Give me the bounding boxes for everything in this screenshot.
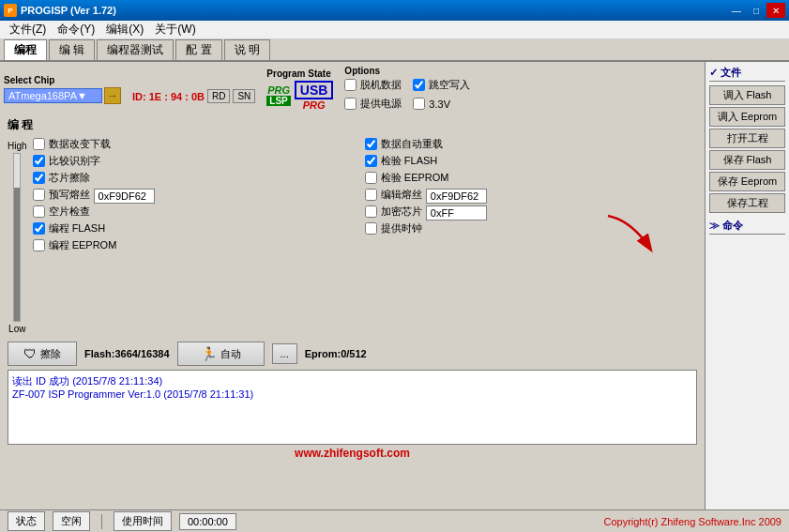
check-chip-erase[interactable]: 芯片擦除 xyxy=(33,171,365,185)
pre-write-fuse-row: 预写熔丝 0xF9DF62 xyxy=(33,188,365,205)
auto-icon: 🏃 xyxy=(201,346,217,361)
main-content: Select Chip ATmega168PA ▼ → ID: 1E : 94 … xyxy=(0,62,789,509)
option-power-label: 提供电源 xyxy=(360,97,402,111)
save-eeprom-button[interactable]: 保存 Eeprom xyxy=(709,172,785,191)
prg-under: PRG xyxy=(303,99,326,111)
level-bar xyxy=(13,153,21,322)
flash-info: Flash:3664/16384 xyxy=(84,348,170,359)
open-project-button[interactable]: 打开工程 xyxy=(709,129,785,148)
minimize-button[interactable]: — xyxy=(727,3,746,18)
check-compare-id-input[interactable] xyxy=(33,155,45,167)
option-offline-data-checkbox[interactable] xyxy=(344,79,357,91)
red-arrow-icon xyxy=(603,211,660,258)
go-button[interactable]: → xyxy=(104,87,121,104)
status-bar: 状态 空闲 使用时间 00:00:00 Copyright(r) Zhifeng… xyxy=(0,509,789,532)
tab-description[interactable]: 说 明 xyxy=(224,39,270,60)
check-edit-fuse-label: 编辑熔丝 xyxy=(381,188,422,202)
check-verify-flash-input[interactable] xyxy=(365,155,377,167)
status-label: 状态 xyxy=(8,511,45,531)
program-state-label: Program State xyxy=(266,68,333,79)
check-data-change-input[interactable] xyxy=(33,138,45,150)
check-program-eeprom[interactable]: 编程 EEPROM xyxy=(33,238,365,252)
check-data-change[interactable]: 数据改变下载 xyxy=(33,137,365,151)
check-encrypt[interactable]: 加密芯片 xyxy=(365,205,422,219)
level-low-label: Low xyxy=(8,324,25,334)
bottom-buttons: 🛡 擦除 Flash:3664/16384 🏃 自动 ... Eprom:0/5… xyxy=(4,338,701,370)
check-auto-reload-input[interactable] xyxy=(365,138,377,150)
close-button[interactable]: ✕ xyxy=(766,3,785,18)
tab-programmer-test[interactable]: 编程器测试 xyxy=(97,39,174,60)
level-high-label: High xyxy=(8,141,27,151)
check-blank-input[interactable] xyxy=(33,205,45,218)
check-auto-reload-label: 数据自动重载 xyxy=(381,137,443,151)
option-skip-write-checkbox[interactable] xyxy=(413,79,425,91)
check-provide-clock-label: 提供时钟 xyxy=(381,221,422,236)
app-icon: P xyxy=(4,4,17,17)
status-divider-1 xyxy=(101,514,102,529)
option-33v-label: 3.3V xyxy=(429,99,450,110)
menu-file[interactable]: 文件(Z) xyxy=(4,20,52,39)
copyright-text: Copyright(r) Zhifeng Software.Inc 2009 xyxy=(603,516,781,527)
auto-button[interactable]: 🏃 自动 xyxy=(177,342,265,366)
check-verify-flash[interactable]: 检验 FLASH xyxy=(365,154,697,168)
tab-program[interactable]: 编程 xyxy=(4,39,47,60)
check-compare-id-label: 比较识别字 xyxy=(49,154,100,168)
load-eeprom-button[interactable]: 调入 Eeprom xyxy=(709,107,785,127)
option-auto-reload[interactable]: 跳空写入 xyxy=(413,78,470,92)
edit-fuse-value[interactable]: 0xF9DF62 xyxy=(426,189,487,204)
tab-config[interactable]: 配 置 xyxy=(175,39,221,60)
check-blank[interactable]: 空片检查 xyxy=(33,205,365,219)
check-chip-erase-label: 芯片擦除 xyxy=(49,171,90,185)
maximize-button[interactable]: □ xyxy=(747,3,766,18)
check-verify-eeprom[interactable]: 检验 EEPROM xyxy=(365,171,697,185)
sn-button[interactable]: SN xyxy=(233,89,255,103)
check-chip-erase-input[interactable] xyxy=(33,172,45,184)
check-program-eeprom-input[interactable] xyxy=(33,239,45,251)
check-blank-label: 空片检查 xyxy=(49,205,90,219)
log-area: 读出 ID 成功 (2015/7/8 21:11:34) ZF-007 ISP … xyxy=(8,370,697,445)
check-encrypt-input[interactable] xyxy=(365,205,377,218)
menu-edit[interactable]: 编辑(X) xyxy=(100,20,149,39)
menu-command[interactable]: 命令(Y) xyxy=(52,20,100,39)
encrypt-value[interactable]: 0xFF xyxy=(426,205,487,220)
window-controls: — □ ✕ xyxy=(727,3,785,18)
options-label: Options xyxy=(344,66,470,76)
check-program-flash-input[interactable] xyxy=(33,222,45,235)
check-pre-write[interactable]: 预写熔丝 xyxy=(33,188,90,202)
menu-about[interactable]: 关于(W) xyxy=(149,20,201,39)
red-arrow-container xyxy=(603,211,660,261)
option-33v-checkbox[interactable] xyxy=(413,98,425,110)
edit-fuse-row: 编辑熔丝 0xF9DF62 xyxy=(365,188,697,205)
check-area: High Low 数据改变下载 比较识别字 芯片擦除 xyxy=(4,137,701,334)
check-edit-fuse[interactable]: 编辑熔丝 xyxy=(365,188,422,202)
save-flash-button[interactable]: 保存 Flash xyxy=(709,150,785,170)
rd-button[interactable]: RD xyxy=(207,89,230,103)
tab-edit[interactable]: 编 辑 xyxy=(49,39,95,60)
option-power[interactable]: 提供电源 xyxy=(344,97,402,111)
dots-button[interactable]: ... xyxy=(272,343,297,364)
erase-label: 擦除 xyxy=(40,347,61,361)
chip-dropdown[interactable]: ATmega168PA ▼ xyxy=(4,88,102,103)
options-group: Options 脱机数据 跳空写入 提供电源 3.3V xyxy=(344,66,470,114)
check-pre-write-input[interactable] xyxy=(33,189,45,201)
erase-button[interactable]: 🛡 擦除 xyxy=(8,342,77,366)
check-pre-write-label: 预写熔丝 xyxy=(49,188,90,202)
check-provide-clock-input[interactable] xyxy=(365,222,377,235)
level-column: High Low xyxy=(8,141,27,334)
check-auto-reload[interactable]: 数据自动重载 xyxy=(365,137,697,151)
save-project-button[interactable]: 保存工程 xyxy=(709,193,785,213)
check-compare-id[interactable]: 比较识别字 xyxy=(33,154,365,168)
check-verify-eeprom-label: 检验 EEPROM xyxy=(381,171,449,185)
check-edit-fuse-input[interactable] xyxy=(365,189,377,201)
pre-write-value[interactable]: 0xF9DF62 xyxy=(94,189,155,204)
load-flash-button[interactable]: 调入 Flash xyxy=(709,85,785,105)
check-program-flash[interactable]: 编程 FLASH xyxy=(33,221,365,236)
option-33v[interactable]: 3.3V xyxy=(413,97,450,111)
check-verify-eeprom-input[interactable] xyxy=(365,172,377,184)
option-power-checkbox[interactable] xyxy=(344,98,357,110)
time-value: 00:00:00 xyxy=(179,513,236,530)
option-skip-write-label: 跳空写入 xyxy=(429,78,470,92)
menu-bar: 文件(Z) 命令(Y) 编辑(X) 关于(W) xyxy=(0,21,789,39)
option-offline-data[interactable]: 脱机数据 xyxy=(344,78,402,92)
biancheng-label: 编 程 xyxy=(8,117,33,133)
